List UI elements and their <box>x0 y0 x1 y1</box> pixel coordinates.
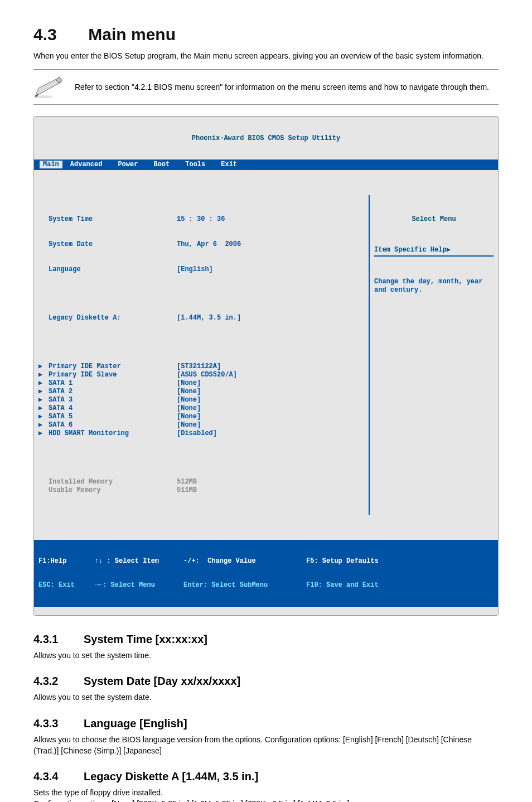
section-intro: When you enter the BIOS Setup program, t… <box>33 50 499 61</box>
subsection-title: System Date [Day xx/xx/xxxx] <box>84 675 240 687</box>
subsection-body: Allows you to set the system date. <box>33 692 499 703</box>
bios-footer-l1-mid: -/+: Change Value <box>183 557 306 565</box>
triangle-icon: ▶ <box>38 421 49 429</box>
triangle-icon: ▶ <box>38 404 49 413</box>
bios-submenu-row[interactable]: ▶SATA 3[None] <box>38 396 364 404</box>
subsection-number: 4.3.1 <box>33 631 84 648</box>
bios-submenu-row[interactable]: ▶Primary IDE Master[ST321122A] <box>38 363 364 371</box>
bios-info-row: Usable Memory511MB <box>38 486 364 495</box>
bios-footer-l1-right: F5: Setup Defaults <box>306 557 379 565</box>
bios-submenu-label: SATA 3 <box>49 396 177 404</box>
subsection-heading: 4.3.3Language [English] <box>33 716 499 732</box>
subsection-body: Sets the type of floppy drive installed.… <box>33 787 499 802</box>
subsection-body: Allows you to choose the BIOS language v… <box>33 734 499 757</box>
bios-menu-tools[interactable]: Tools <box>185 161 205 169</box>
bios-left-pane: System Time 15 : 30 : 36 System Date Thu… <box>34 195 370 515</box>
play-icon: ▶ <box>447 246 451 254</box>
bios-submenu-label: Primary IDE Master <box>49 363 177 371</box>
bios-submenu-value: [None] <box>177 413 201 421</box>
bios-submenu-row[interactable]: ▶SATA 2[None] <box>38 388 364 396</box>
bios-submenu-value: [None] <box>177 404 201 413</box>
bios-info-label: Installed Memory <box>49 478 177 486</box>
bios-item-specific-help: Item Specific Help▶ <box>374 246 494 257</box>
bios-submenu-label: SATA 4 <box>49 404 177 413</box>
subsection-title: System Time [xx:xx:xx] <box>84 633 207 645</box>
section-number: 4.3 <box>33 22 84 47</box>
bios-system-date-value: Thu, Apr 6 2006 <box>177 240 241 249</box>
bios-menu-boot[interactable]: Boot <box>153 161 170 169</box>
bios-menu-bar: MainAdvancedPowerBootToolsExit <box>34 160 498 170</box>
bios-legacy-value: [1.44M, 3.5 in.] <box>177 314 241 322</box>
bios-footer-l2-left: ESC: Exit →←: Select Menu <box>38 581 183 589</box>
bios-submenu-value: [None] <box>177 379 201 388</box>
bios-submenu-value: [Disabled] <box>177 429 217 438</box>
triangle-icon: ▶ <box>38 396 49 404</box>
bios-submenu-label: SATA 6 <box>49 421 177 429</box>
bios-submenu-row[interactable]: ▶SATA 1[None] <box>38 379 364 388</box>
bios-submenu-row[interactable]: ▶Primary IDE Slave[ASUS CDS520/A] <box>38 371 364 379</box>
bios-submenu-label: SATA 1 <box>49 379 177 388</box>
triangle-icon: ▶ <box>38 413 49 421</box>
bios-submenu-label: SATA 5 <box>49 413 177 421</box>
bios-system-date-label: System Date <box>49 240 177 249</box>
bios-submenu-value: [None] <box>177 396 201 404</box>
triangle-icon: ▶ <box>38 429 49 438</box>
bios-row-language[interactable]: Language [English] <box>38 265 364 274</box>
triangle-icon: ▶ <box>38 388 49 396</box>
bios-select-menu-label: Select Menu <box>374 215 494 224</box>
bios-legacy-label: Legacy Diskette A: <box>49 314 177 322</box>
bios-info-value: 512MB <box>177 478 197 486</box>
subsection-number: 4.3.4 <box>33 769 84 785</box>
triangle-icon: ▶ <box>38 363 49 371</box>
bios-info-value: 511MB <box>177 486 197 495</box>
bios-submenu-row[interactable]: ▶HDD SMART Monitoring[Disabled] <box>38 429 364 438</box>
subsection-heading: 4.3.1System Time [xx:xx:xx] <box>33 631 499 648</box>
bios-language-value: [English] <box>177 265 213 274</box>
note-callout: Refer to section "4.2.1 BIOS menu screen… <box>33 69 499 105</box>
bios-submenu-value: [ASUS CDS520/A] <box>177 371 237 379</box>
bios-submenu-label: HDD SMART Monitoring <box>49 429 177 438</box>
bios-submenu-row[interactable]: ▶SATA 4[None] <box>38 404 364 413</box>
subsection-body: Allows you to set the system time. <box>33 650 499 661</box>
bios-menu-main[interactable]: Main <box>40 161 62 168</box>
bios-row-system-date[interactable]: System Date Thu, Apr 6 2006 <box>38 240 364 249</box>
bios-help-body: Change the day, month, year and century. <box>374 278 494 294</box>
bios-language-label: Language <box>49 265 177 274</box>
subsection-number: 4.3.3 <box>33 716 84 732</box>
triangle-icon: ▶ <box>38 379 49 388</box>
bios-menu-power[interactable]: Power <box>118 161 138 169</box>
bios-submenu-row[interactable]: ▶SATA 6[None] <box>38 421 364 429</box>
triangle-icon: ▶ <box>38 371 49 379</box>
bios-submenu-label: Primary IDE Slave <box>49 371 177 379</box>
bios-row-system-time[interactable]: System Time 15 : 30 : 36 <box>38 215 364 224</box>
bios-submenu-row[interactable]: ▶SATA 5[None] <box>38 413 364 421</box>
bios-system-time-value: 15 : 30 : 36 <box>177 215 225 224</box>
bios-screenshot: Phoenix-Award BIOS CMOS Setup Utility Ma… <box>33 116 499 616</box>
bios-row-legacy-diskette[interactable]: Legacy Diskette A: [1.44M, 3.5 in.] <box>38 314 364 322</box>
bios-submenu-value: [None] <box>177 388 201 396</box>
bios-submenu-label: SATA 2 <box>49 388 177 396</box>
bios-footer-l2-mid: Enter: Select SubMenu <box>183 581 306 589</box>
subsection-heading: 4.3.4Legacy Diskette A [1.44M, 3.5 in.] <box>33 769 499 785</box>
bios-footer-l1-left: F1:Help ↑↓ : Select Item <box>38 557 183 565</box>
section-heading: 4.3 Main menu <box>33 22 499 47</box>
bios-right-pane: Select Menu Item Specific Help▶ Change t… <box>370 195 498 515</box>
bios-footer-hints: F1:Help ↑↓ : Select Item -/+: Change Val… <box>34 540 498 607</box>
subsection-heading: 4.3.2System Date [Day xx/xx/xxxx] <box>33 673 499 689</box>
bios-menu-exit[interactable]: Exit <box>221 161 237 169</box>
bios-util-title: Phoenix-Award BIOS CMOS Setup Utility <box>34 133 498 143</box>
bios-submenu-value: [ST321122A] <box>177 363 221 371</box>
subsection-title: Language [English] <box>84 717 187 729</box>
bios-footer-l2-right: F10: Save and Exit <box>306 581 379 589</box>
section-title-text: Main menu <box>88 25 176 44</box>
svg-point-3 <box>35 95 53 98</box>
bios-system-time-label: System Time <box>49 215 177 224</box>
subsection-number: 4.3.2 <box>33 673 84 689</box>
bios-menu-advanced[interactable]: Advanced <box>70 161 103 169</box>
bios-submenu-value: [None] <box>177 421 201 429</box>
pencil-icon <box>33 75 64 99</box>
bios-body: System Time 15 : 30 : 36 System Date Thu… <box>34 195 498 515</box>
note-text: Refer to section "4.2.1 BIOS menu screen… <box>75 81 499 93</box>
bios-info-row: Installed Memory512MB <box>38 478 364 486</box>
bios-info-label: Usable Memory <box>49 486 177 495</box>
